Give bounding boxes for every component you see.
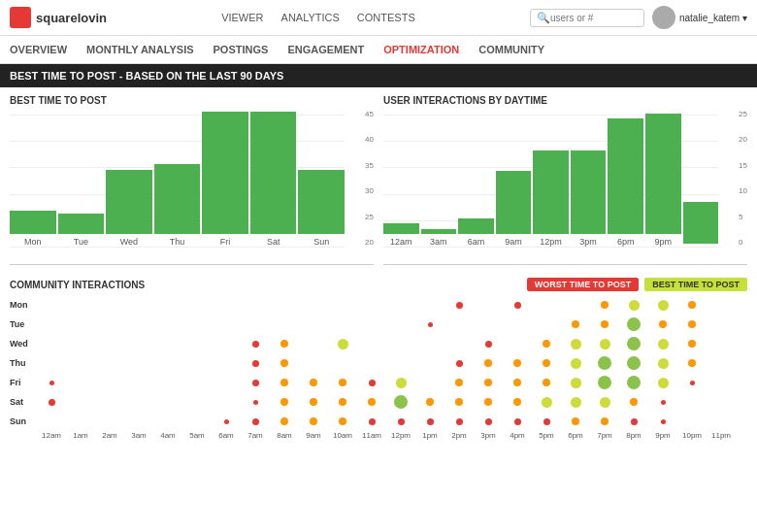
sub-nav-community[interactable]: COMMUNITY [478,44,544,55]
bar-label: 12am [390,237,412,247]
bar-label: 9am [505,237,522,247]
user-avatar[interactable]: natalie_katem ▾ [652,6,747,29]
dot [485,341,492,348]
dot-cell [474,373,503,392]
dot [630,398,638,406]
dot-cell [124,334,153,353]
dot-cell [648,392,677,412]
bar [58,214,105,234]
dot-cell [270,373,299,392]
sub-nav-overview[interactable]: OVERVIEW [10,44,67,55]
y-label: 10 [739,186,747,195]
user-interactions-chart: USER INTERACTIONS BY DAYTIME 12am3am6am9… [383,95,747,265]
y-label: 45 [365,110,374,118]
dot [369,380,376,386]
search-box[interactable]: 🔍 [530,9,644,27]
logo[interactable]: squarelovin [10,7,107,28]
dot-cell [37,353,66,373]
dot-cell [328,392,357,412]
dot [428,322,433,327]
dot-cell [619,412,648,431]
dot-cell [677,353,707,373]
dot-cell [444,412,474,431]
best-time-label: BEST TIME TO POST [10,95,374,106]
time-label: 10pm [677,431,707,440]
dot-cell [648,295,677,315]
dot-cell [328,353,357,373]
search-input[interactable] [550,13,638,23]
dot-cell [299,412,328,431]
dot [688,340,696,348]
dot-cell [444,295,474,315]
dot [338,339,348,349]
dot [598,356,611,370]
bar-wrap: 9am [496,171,532,247]
dot-cell [707,295,736,315]
dot-cell [182,412,212,431]
dot-cell [561,412,590,431]
dot [252,360,259,367]
dot-row-label: Sun [10,416,37,426]
dot-cell [95,295,124,315]
time-label: 2am [95,431,124,440]
dot-cell [182,295,212,315]
dot-cell [357,392,386,412]
dot-cell [182,392,212,412]
dot-cell [444,353,474,373]
dot [627,376,641,389]
dot-cell [561,295,590,315]
dot-cell [619,353,648,373]
dot-cell [66,295,95,315]
time-label: 3am [124,431,153,440]
time-label: 7pm [590,431,619,440]
time-label: 12pm [386,431,415,440]
dot-cell [95,353,124,373]
sub-nav-optimization[interactable]: OPTIMIZATION [383,44,459,55]
bar-wrap: Tue [58,214,105,247]
nav-analytics[interactable]: ANALYTICS [281,12,340,23]
nav-viewer[interactable]: VIEWER [221,12,263,23]
dot-cell [532,412,561,431]
dot [572,417,579,425]
dot-row-label: Sat [10,397,37,407]
dot [339,398,346,406]
dot-cell [707,353,736,373]
avatar-image [652,6,675,29]
dot-cell [182,334,212,353]
dot-cell [95,392,124,412]
nav-contests[interactable]: CONTESTS [357,12,415,23]
dot-cell [707,334,736,353]
dot-cell [503,373,532,392]
dot [280,359,288,367]
dot-cell [386,373,415,392]
sub-nav-postings[interactable]: POSTINGS [214,44,269,55]
community-section: COMMUNITY INTERACTIONS WORST TIME TO POS… [0,273,757,445]
bar-label: Wed [120,237,138,247]
bar [458,218,494,234]
dot [661,400,666,405]
time-label: 11am [357,431,386,440]
dot-cell [66,412,95,431]
dot-row: Mon [10,295,747,315]
dot-cell [707,315,736,334]
y-label: 15 [739,161,747,170]
dot-cell [677,392,707,412]
dot [484,379,492,386]
dot-cell [37,315,66,334]
dot-cell [299,353,328,373]
dot-cell [153,412,182,431]
sub-nav-monthly[interactable]: MONTHLY ANALYSIS [86,44,193,55]
dot-grid-container: MonTueWedThuFriSatSun 12am1am2am3am4am5a… [10,295,747,440]
dot [310,417,317,425]
dot [572,320,579,328]
bar-wrap: Wed [106,170,152,247]
bar-label: Thu [170,237,185,247]
sub-nav-engagement[interactable]: ENGAGEMENT [287,44,364,55]
dot-cell [66,373,95,392]
dot-row: Thu [10,353,747,373]
dot-cell [241,412,270,431]
dot-cell [648,373,677,392]
dot-cell [270,334,299,353]
dot-cell [648,353,677,373]
dot [543,340,550,348]
